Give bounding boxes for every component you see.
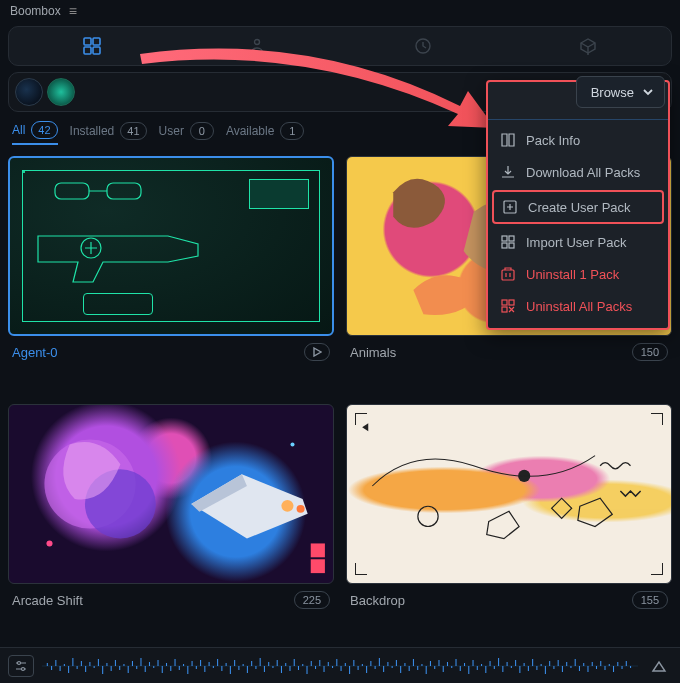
pack-title: Animals: [350, 345, 632, 360]
svg-rect-20: [552, 498, 572, 518]
filter-available-count: 1: [280, 122, 304, 140]
expand-button[interactable]: [646, 655, 672, 677]
uninstall-icon: [500, 266, 516, 282]
svg-marker-21: [487, 511, 519, 538]
settings-button[interactable]: [8, 655, 34, 677]
svg-rect-26: [502, 243, 507, 248]
book-icon: [500, 132, 516, 148]
svg-rect-28: [502, 270, 514, 280]
filter-installed-label: Installed: [70, 124, 115, 138]
menu-icon[interactable]: ≡: [69, 3, 77, 19]
bottom-bar: [0, 647, 680, 683]
filter-user-label: User: [159, 124, 184, 138]
svg-rect-31: [502, 307, 507, 312]
svg-rect-6: [55, 183, 89, 199]
svg-rect-25: [509, 236, 514, 241]
browse-button[interactable]: Browse: [576, 76, 665, 108]
menu-create-user-pack[interactable]: Create User Pack: [492, 190, 664, 224]
pack-card-agent0[interactable]: Agent-0: [8, 156, 334, 394]
brand-icon-1[interactable]: [15, 78, 43, 106]
titlebar: Boombox ≡: [0, 0, 680, 22]
sliders-icon: [14, 659, 28, 673]
grid-view-icon[interactable]: [83, 37, 101, 55]
download-icon: [500, 164, 516, 180]
pack-card-arcade[interactable]: Arcade Shift 225: [8, 404, 334, 642]
svg-point-15: [290, 443, 294, 447]
menu-download-all[interactable]: Download All Packs: [488, 156, 668, 188]
pack-count: 225: [294, 591, 330, 609]
svg-rect-27: [509, 243, 514, 248]
browse-label: Browse: [591, 85, 634, 100]
svg-point-13: [297, 505, 305, 513]
svg-marker-22: [578, 498, 612, 526]
menu-pack-info[interactable]: Pack Info: [488, 124, 668, 156]
app-title: Boombox: [10, 4, 61, 18]
svg-rect-16: [311, 543, 325, 557]
svg-point-14: [46, 540, 52, 546]
package-icon[interactable]: [579, 37, 597, 55]
pack-thumb-arcade: [8, 404, 334, 584]
chevron-up-icon: [651, 659, 667, 673]
pack-thumb-agent0: [8, 156, 334, 336]
filter-available-label: Available: [226, 124, 274, 138]
filter-installed-count: 41: [120, 122, 146, 140]
person-icon[interactable]: [248, 37, 266, 55]
clock-icon[interactable]: [414, 37, 432, 55]
svg-rect-3: [93, 47, 100, 54]
pack-count: 155: [632, 591, 668, 609]
pack-card-backdrop[interactable]: Backdrop 155: [346, 404, 672, 642]
create-pack-icon: [502, 199, 518, 215]
svg-rect-7: [107, 183, 141, 199]
svg-rect-17: [311, 559, 325, 573]
menu-uninstall-one[interactable]: Uninstall 1 Pack: [488, 258, 668, 290]
uninstall-all-icon: [500, 298, 516, 314]
svg-point-33: [22, 667, 25, 670]
filter-all-label: All: [12, 123, 25, 137]
filter-user-count: 0: [190, 122, 214, 140]
svg-point-32: [18, 661, 21, 664]
pack-title: Agent-0: [12, 345, 304, 360]
filter-available[interactable]: Available 1: [226, 122, 304, 144]
import-icon: [500, 234, 516, 250]
svg-rect-1: [93, 38, 100, 45]
filter-all[interactable]: All 42: [12, 121, 58, 145]
menu-uninstall-all[interactable]: Uninstall All Packs: [488, 290, 668, 322]
pack-count: 150: [632, 343, 668, 361]
brand-icon-2[interactable]: [47, 78, 75, 106]
svg-rect-29: [502, 300, 507, 305]
top-nav: [8, 26, 672, 66]
chevron-down-icon: [642, 86, 654, 98]
svg-point-12: [281, 500, 293, 512]
svg-rect-0: [84, 38, 91, 45]
waveform[interactable]: [42, 655, 638, 677]
menu-import-user-pack[interactable]: Import User Pack: [488, 226, 668, 258]
pack-thumb-backdrop: [346, 404, 672, 584]
play-button[interactable]: [304, 343, 330, 361]
pack-title: Backdrop: [350, 593, 632, 608]
svg-rect-24: [502, 236, 507, 241]
svg-point-18: [418, 506, 438, 526]
svg-point-4: [255, 40, 260, 45]
svg-rect-30: [509, 300, 514, 305]
svg-rect-2: [84, 47, 91, 54]
pack-title: Arcade Shift: [12, 593, 294, 608]
filter-user[interactable]: User 0: [159, 122, 214, 144]
filter-all-count: 42: [31, 121, 57, 139]
browse-dropdown: Pack Info Download All Packs Create User…: [486, 80, 670, 330]
filter-installed[interactable]: Installed 41: [70, 122, 147, 144]
